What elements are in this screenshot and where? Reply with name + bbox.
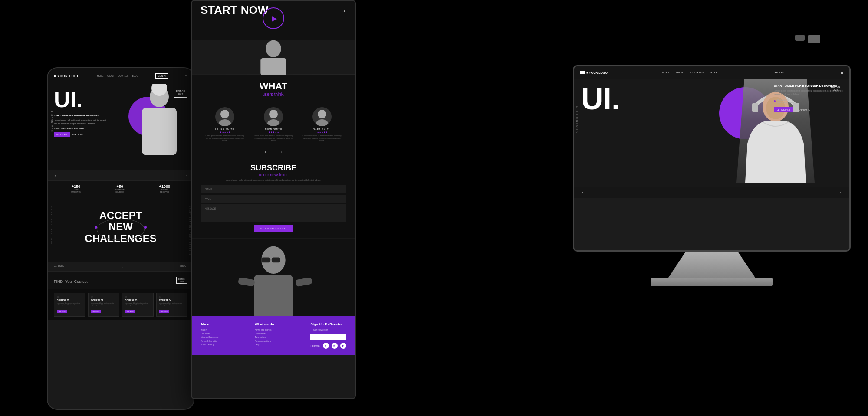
svg-rect-5 — [260, 58, 286, 75]
phone-stat-courses: +50 CERTIFIEDCOURSES — [115, 184, 125, 193]
tablet-newsletter-input[interactable] — [310, 334, 346, 340]
tablet-footer-what: What we do News and stories Publications… — [255, 322, 274, 349]
desktop-corner-icons — [795, 35, 820, 43]
phone-stat-students: +150 HAPPYSTUDENTS — [71, 184, 81, 193]
phone-nav-about[interactable]: ABOUT — [107, 75, 114, 77]
svg-rect-14 — [261, 258, 270, 263]
desktop-hero-arrows: ← → — [574, 187, 849, 198]
facebook-icon[interactable]: f — [323, 343, 329, 349]
tablet-what-title: WHAT — [201, 81, 346, 92]
tablet-person-area — [192, 40, 355, 75]
tablet-mail-input[interactable] — [201, 195, 346, 203]
tablet-message-input[interactable] — [201, 204, 346, 222]
phone-left-arrow[interactable]: ← — [54, 173, 58, 178]
desktop-hero-buttons: LET'S START READ MORE — [774, 107, 843, 112]
svg-rect-20 — [752, 103, 758, 112]
phone-nav-blog[interactable]: BLOG — [132, 75, 138, 77]
desktop-sign-in-button[interactable]: SIGN IN — [771, 70, 786, 75]
tablet-hero: STARTNOW ▶ → — [192, 1, 355, 40]
phone-course-1-btn[interactable]: SEE MORE — [57, 310, 67, 313]
phone-hero-person — [131, 84, 187, 166]
hamburger-icon[interactable]: ≡ — [185, 74, 187, 79]
phone-courses-row: 01 COURSE 01 Lorem ipsum dolor sit amet,… — [48, 289, 194, 320]
phone-find-text: FIND Your Course. — [54, 276, 187, 285]
desktop-lets-start-button[interactable]: LET'S START — [774, 107, 793, 112]
tablet-hero-arrow: → — [340, 7, 346, 14]
phone-beginner-label: BEGINNER'S — [50, 110, 53, 131]
desktop-nav-home[interactable]: HOME — [661, 71, 669, 74]
tablet-send-message-button[interactable]: SEND MESSAGE — [254, 225, 293, 232]
instagram-icon[interactable]: ◎ — [332, 343, 338, 349]
phone-course-2-btn[interactable]: SEE MORE — [91, 310, 102, 313]
phone-course-card-3: 03 COURSE 03 Lorem ipsum dolor sit amet,… — [122, 293, 154, 317]
youtube-icon[interactable]: ▶ — [340, 343, 346, 349]
desktop-nav-links: HOME ABOUT COURSES BLOG — [661, 71, 717, 74]
tablet-subscribe-subtitle: to our newsletter — [201, 173, 346, 177]
svg-point-7 — [219, 119, 231, 126]
phone-nav-links: HOME ABOUT COURSES BLOG — [97, 75, 138, 77]
svg-rect-15 — [272, 258, 280, 263]
phone-read-more-button[interactable]: READ MORE — [72, 132, 83, 137]
phone-find-edition: EDITION2022 — [176, 277, 187, 284]
svg-rect-17 — [254, 275, 293, 316]
phone-course-4-btn[interactable]: SEE MORE — [159, 310, 170, 313]
phone-explore-label: EXPLORE — [54, 265, 64, 269]
desktop-nav-blog[interactable]: BLOG — [710, 71, 717, 74]
desktop-left-arrow[interactable]: ← — [581, 190, 586, 196]
phone-course-card-4: 04 COURSE 04 Lorem ipsum dolor sit amet,… — [156, 293, 188, 317]
svg-point-4 — [266, 40, 281, 57]
tablet-footer: About History Our Team Mission Statement… — [192, 316, 355, 355]
desktop-beginner-label: BEGINNER'S — [576, 105, 579, 134]
phone-discover-label: DISCOVER YOUR SKILLS — [50, 206, 53, 244]
desktop-right-arrow[interactable]: → — [837, 190, 842, 196]
desktop-nav-about[interactable]: ABOUT — [675, 71, 684, 74]
phone-course-card-1: 01 COURSE 01 Lorem ipsum dolor sit amet,… — [54, 293, 85, 317]
tablet-reviewer-2: JHON SMITH ★★★★★ Lorem ipsum dolor sit a… — [254, 107, 293, 142]
reviewer-3-avatar — [312, 107, 332, 126]
phone-nav-courses[interactable]: COURSES — [118, 75, 129, 77]
reviewer-1-avatar — [215, 107, 234, 126]
tablet-name-input[interactable] — [201, 185, 346, 193]
tablet-reviewer-3: SARA SMITH ★★★★★ Lorem ipsum dolor sit a… — [302, 107, 342, 142]
phone-course-3-btn[interactable]: SEE MORE — [125, 310, 135, 313]
svg-point-8 — [269, 110, 278, 118]
phone-find-section: EDITION2022 FIND Your Course. — [48, 271, 194, 289]
tablet-subscribe-section: SUBSCRIBE to our newsletter Lorem ipsum … — [192, 157, 355, 239]
phone-nav: ■ YOUR LOGO HOME ABOUT COURSES BLOG SIGN… — [48, 68, 194, 84]
tablet-footer-newsletter: Sign Up To Receive — Our Newsletter Foll… — [310, 322, 346, 349]
tablet-reviewer-1: LAURA SMITH ★★★★★ Lorem ipsum dolor sit … — [205, 107, 244, 142]
desktop-hamburger-icon[interactable]: ≡ — [841, 70, 843, 75]
phone-left-mockup: ■ YOUR LOGO HOME ABOUT COURSES BLOG SIGN… — [47, 67, 194, 410]
tablet-person-big — [192, 238, 355, 316]
svg-rect-1 — [142, 108, 177, 155]
desktop-monitor-base — [651, 278, 773, 286]
phone-lets-start-button[interactable]: LET'S START — [54, 132, 70, 137]
svg-point-10 — [318, 110, 326, 118]
phone-challenges-section: DISCOVER YOUR SKILLS ACCEPTNEWCHALLENGES… — [48, 197, 194, 262]
desktop-read-more-button[interactable]: READ MORE — [797, 107, 810, 112]
tablet-subscribe-desc: Lorem ipsum dolor sit amet, consectetur … — [201, 179, 346, 182]
desktop-screen: ■ YOUR LOGO HOME ABOUT COURSES BLOG SIGN… — [573, 65, 851, 252]
phone-course-card-2: 02 COURSE 02 Lorem ipsum dolor sit amet,… — [88, 293, 120, 317]
desktop-nav: ■ YOUR LOGO HOME ABOUT COURSES BLOG SIGN… — [574, 66, 849, 79]
tablet-what-subtitle: users think. — [201, 92, 346, 97]
phone-hero-arrows: ← → — [48, 170, 194, 180]
tablet-review-right-arrow[interactable]: → — [278, 149, 283, 155]
phone-right-arrow[interactable]: → — [183, 173, 187, 178]
desktop-nav-courses[interactable]: COURSES — [690, 71, 704, 74]
phone-nav-home[interactable]: HOME — [97, 75, 103, 77]
tablet-reviewers: LAURA SMITH ★★★★★ Lorem ipsum dolor sit … — [192, 103, 355, 146]
svg-point-9 — [267, 119, 279, 126]
reviewer-2-avatar — [264, 107, 283, 126]
desktop-hero: EDITION 2022 BEGINNER'S UI. — [574, 79, 849, 187]
tablet-review-left-arrow[interactable]: ← — [264, 149, 269, 155]
play-icon: ▶ — [272, 14, 277, 23]
phone-sign-in-button[interactable]: SIGN IN — [155, 73, 168, 79]
phone-stat-awards: +1000 AWARDSRECEIVED — [159, 184, 170, 193]
desktop-become-text: BECOME A PRO-DESIGNER — [774, 98, 843, 104]
desktop-monitor-stand — [668, 252, 755, 278]
tablet-play-button[interactable]: ▶ — [263, 7, 284, 29]
desktop-logo: ■ YOUR LOGO — [580, 71, 608, 74]
phone-logo: ■ YOUR LOGO — [54, 75, 80, 78]
tablet-start-now: STARTNOW — [201, 4, 268, 16]
